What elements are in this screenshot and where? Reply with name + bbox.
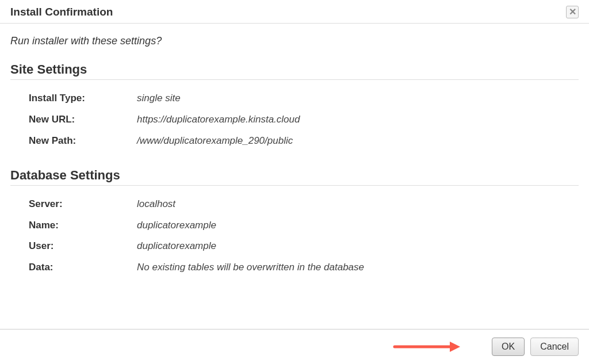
- confirmation-prompt: Run installer with these settings?: [10, 35, 579, 47]
- data-value: No existing tables will be overwritten i…: [137, 259, 364, 276]
- server-row: Server: localhost: [29, 196, 579, 213]
- install-type-row: Install Type: single site: [29, 90, 579, 107]
- install-type-value: single site: [137, 90, 181, 107]
- arrow-annotation: [392, 340, 461, 354]
- new-path-label: New Path:: [29, 133, 137, 150]
- database-settings-heading: Database Settings: [10, 168, 579, 186]
- dialog-content: Run installer with these settings? Site …: [0, 24, 589, 329]
- install-confirmation-dialog: Install Confirmation ✕ Run installer wit…: [0, 0, 589, 364]
- server-label: Server:: [29, 196, 137, 213]
- dialog-titlebar: Install Confirmation ✕: [0, 0, 589, 24]
- name-value: duplicatorexample: [137, 217, 216, 234]
- site-settings-block: Install Type: single site New URL: https…: [10, 90, 579, 150]
- server-value: localhost: [137, 196, 175, 213]
- user-value: duplicatorexample: [137, 238, 216, 255]
- user-label: User:: [29, 238, 137, 255]
- new-url-label: New URL:: [29, 112, 137, 128]
- data-row: Data: No existing tables will be overwri…: [29, 259, 579, 276]
- dialog-title: Install Confirmation: [10, 6, 113, 18]
- site-settings-heading: Site Settings: [10, 62, 579, 80]
- close-button[interactable]: ✕: [566, 6, 579, 18]
- new-url-row: New URL: https://duplicatorexample.kinst…: [29, 112, 579, 128]
- install-type-label: Install Type:: [29, 90, 137, 107]
- user-row: User: duplicatorexample: [29, 238, 579, 255]
- data-label: Data:: [29, 259, 137, 276]
- new-url-value: https://duplicatorexample.kinsta.cloud: [137, 112, 300, 128]
- cancel-button[interactable]: Cancel: [530, 338, 579, 356]
- ok-button[interactable]: OK: [492, 338, 525, 356]
- close-icon: ✕: [569, 7, 576, 17]
- database-settings-block: Server: localhost Name: duplicatorexampl…: [10, 196, 579, 277]
- name-row: Name: duplicatorexample: [29, 217, 579, 234]
- svg-marker-1: [450, 342, 460, 352]
- new-path-row: New Path: /www/duplicatorexample_290/pub…: [29, 133, 579, 150]
- new-path-value: /www/duplicatorexample_290/public: [137, 133, 293, 150]
- name-label: Name:: [29, 217, 137, 234]
- dialog-footer: OK Cancel: [0, 329, 589, 364]
